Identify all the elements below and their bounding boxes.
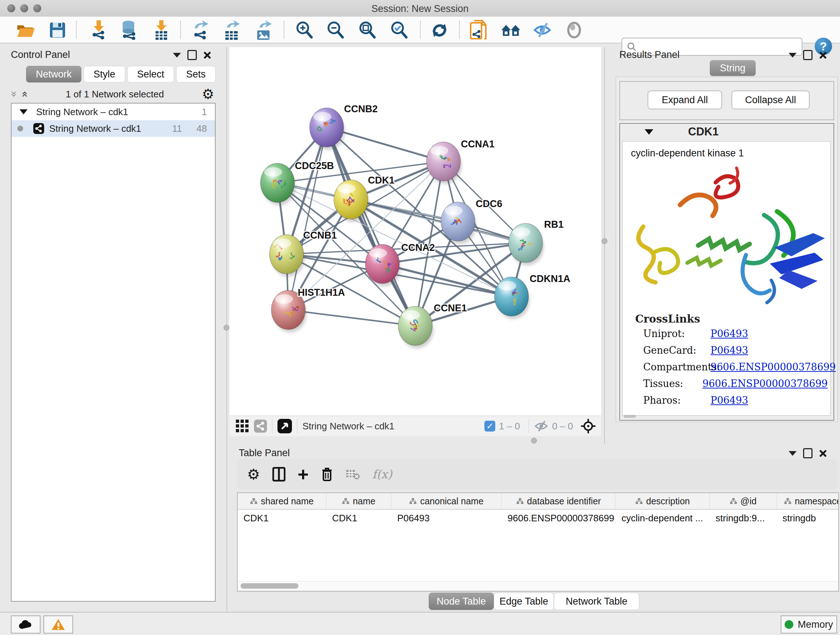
- show-columns-icon[interactable]: [272, 467, 286, 481]
- refresh-view-icon[interactable]: [430, 20, 449, 40]
- export-image-icon[interactable]: [253, 20, 273, 40]
- collapse-all-button[interactable]: Collapse All: [731, 90, 810, 109]
- tab-edge-table[interactable]: Edge Table: [494, 593, 554, 610]
- crosslink-value-link[interactable]: P06493: [711, 345, 748, 356]
- divider: [234, 592, 840, 592]
- vertical-splitter-right[interactable]: [604, 47, 605, 444]
- network-from-document-icon[interactable]: [469, 20, 488, 40]
- table-cell[interactable]: 9606.ENSP00000378699: [502, 510, 616, 526]
- column-header-database-identifier[interactable]: database identifier: [502, 493, 616, 509]
- panel-menu-icon[interactable]: [789, 53, 797, 57]
- panel-float-icon[interactable]: [803, 448, 813, 458]
- save-session-icon[interactable]: [48, 20, 67, 40]
- birdseye-view-icon[interactable]: [278, 419, 292, 433]
- panel-menu-icon[interactable]: [173, 53, 181, 57]
- crosslink-value-link[interactable]: 9606.ENSP00000378699: [703, 378, 828, 389]
- zoom-selected-icon[interactable]: [389, 20, 409, 40]
- import-network-from-database-icon[interactable]: [119, 20, 139, 40]
- delete-table-icon[interactable]: [346, 469, 360, 480]
- cloud-status-button[interactable]: [11, 616, 41, 633]
- table-row[interactable]: CDK1CDK1P064939606.ENSP00000378699cyclin…: [238, 510, 838, 526]
- import-table-from-file-icon[interactable]: [151, 20, 171, 40]
- network-node-CDK1[interactable]: CDK1: [334, 175, 395, 222]
- table-cell[interactable]: CDK1: [326, 510, 392, 526]
- network-options-gear-icon[interactable]: ⚙: [202, 87, 214, 101]
- string-view-icon[interactable]: [254, 420, 267, 432]
- collapse-triangle-icon[interactable]: [645, 129, 653, 135]
- open-session-icon[interactable]: [16, 20, 35, 40]
- panel-float-icon[interactable]: [803, 50, 813, 60]
- table-cell[interactable]: stringdb:9...: [710, 510, 777, 526]
- panel-close-icon[interactable]: [819, 449, 827, 457]
- create-column-icon[interactable]: +: [298, 467, 309, 481]
- column-header-description[interactable]: description: [616, 493, 710, 509]
- tab-string[interactable]: String: [710, 60, 756, 76]
- fit-crosshair-icon[interactable]: [580, 418, 596, 434]
- network-label: String Network – cdk1: [49, 123, 172, 134]
- memory-button[interactable]: Memory: [781, 616, 837, 633]
- results-scrollbar-thumb[interactable]: [624, 415, 636, 418]
- hide-unhide-icon[interactable]: [532, 20, 552, 40]
- table-horizontal-scrollbar[interactable]: [238, 581, 838, 591]
- column-header-shared-name[interactable]: shared name: [238, 493, 326, 509]
- tab-style[interactable]: Style: [84, 66, 125, 82]
- warnings-button[interactable]: [43, 616, 73, 633]
- panel-close-icon[interactable]: [819, 51, 827, 59]
- function-builder-icon[interactable]: f(x): [372, 467, 392, 481]
- node-result-header[interactable]: CDK1: [619, 123, 833, 141]
- tab-node-table[interactable]: Node Table: [429, 593, 494, 610]
- table-cell[interactable]: cyclin-dependent ...: [616, 510, 710, 526]
- import-network-from-file-icon[interactable]: [88, 20, 108, 40]
- network-collection-row[interactable]: String Network – cdk1 1: [11, 103, 215, 120]
- tab-sets[interactable]: Sets: [176, 66, 215, 82]
- column-header-namespace[interactable]: namespace: [777, 493, 839, 509]
- network-view-title: String Network – cdk1: [302, 421, 485, 432]
- delete-column-icon[interactable]: [321, 467, 333, 482]
- splitter-handle[interactable]: [602, 238, 607, 244]
- network-node-CCNE1[interactable]: CCNE1: [398, 302, 467, 348]
- splitter-handle[interactable]: [224, 325, 229, 331]
- column-header-canonical-name[interactable]: canonical name: [392, 493, 502, 509]
- collapse-all-networks-icon[interactable]: »: [11, 91, 18, 97]
- tab-network-table[interactable]: Network Table: [554, 593, 639, 610]
- network-edge-CCNE1-HIST1H1A[interactable]: [288, 310, 415, 326]
- expand-all-networks-icon[interactable]: »: [21, 91, 28, 97]
- table-options-gear-icon[interactable]: ⚙: [247, 466, 260, 483]
- export-table-icon[interactable]: [221, 20, 241, 40]
- collapse-triangle-icon[interactable]: [19, 109, 27, 114]
- column-header-name[interactable]: name: [326, 493, 392, 509]
- home-networks-icon[interactable]: [501, 20, 520, 40]
- table-cell[interactable]: stringdb: [777, 510, 839, 526]
- panel-close-icon[interactable]: [203, 51, 211, 59]
- network-canvas[interactable]: CCNB2CCNA1CDC25BCDK1CDC6RB1CCNB1CCNA2CDK…: [229, 47, 601, 416]
- network-edge-CCNB2-HIST1H1A[interactable]: [288, 127, 327, 310]
- crosslink-value-link[interactable]: P06493: [711, 328, 748, 339]
- crosslink-value-link[interactable]: 9606.ENSP00000378699: [711, 361, 836, 372]
- network-node-CDC6[interactable]: CDC6: [441, 198, 502, 244]
- export-network-icon[interactable]: [190, 20, 210, 40]
- zoom-out-icon[interactable]: [325, 20, 345, 40]
- network-node-CCNB1[interactable]: CCNB1: [270, 230, 337, 277]
- tab-select[interactable]: Select: [127, 66, 174, 82]
- zoom-in-icon[interactable]: [294, 20, 314, 40]
- network-node-HIST1H1A[interactable]: HIST1H1A: [271, 287, 345, 333]
- results-panel-controls: [789, 50, 827, 60]
- scrollbar-thumb[interactable]: [240, 583, 298, 589]
- horizontal-splitter-handle[interactable]: [531, 438, 537, 443]
- panel-menu-icon[interactable]: [789, 451, 797, 456]
- network-node-CDKN1A[interactable]: CDKN1A: [494, 273, 570, 319]
- expand-all-button[interactable]: Expand All: [647, 90, 722, 109]
- table-cell[interactable]: CDK1: [238, 510, 326, 526]
- network-node-RB1[interactable]: RB1: [508, 219, 564, 265]
- table-cell[interactable]: P06493: [392, 510, 502, 526]
- crosslink-value-link[interactable]: P06493: [711, 394, 748, 406]
- zoom-fit-icon[interactable]: [357, 20, 377, 40]
- selected-checkbox-icon[interactable]: ✓: [485, 421, 495, 432]
- grid-view-icon[interactable]: [236, 420, 249, 432]
- network-row-selected[interactable]: String Network – cdk1 11 48: [11, 120, 215, 137]
- network-node-CCNA1[interactable]: CCNA1: [426, 139, 494, 184]
- tab-network[interactable]: Network: [26, 66, 81, 82]
- show-all-icon[interactable]: [564, 20, 584, 40]
- column-header--id[interactable]: @id: [710, 493, 777, 509]
- panel-float-icon[interactable]: [187, 50, 197, 60]
